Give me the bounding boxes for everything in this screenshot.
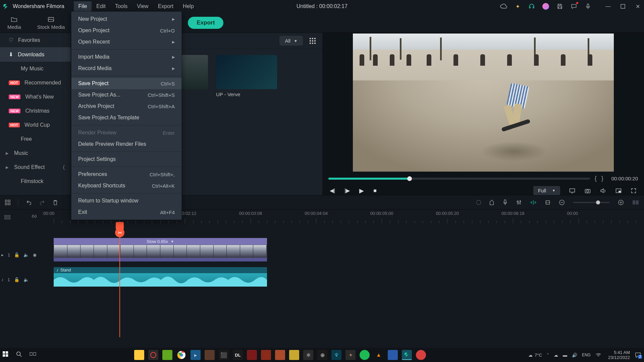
sidebar-whats-new[interactable]: NewWhat's New [0,90,71,104]
sidebar-favorites[interactable]: Favorites [0,33,71,47]
wifi-icon[interactable] [595,353,601,357]
media-thumb-3[interactable]: UP - Verve [216,55,277,97]
avatar-icon[interactable] [542,3,549,10]
clip-speed-bar[interactable]: Slow 0.65x▼ [54,238,267,245]
stop-icon[interactable]: ■ [373,188,377,194]
onedrive-icon[interactable]: ☁ [554,353,558,358]
sidebar-world-cup[interactable]: HOTWorld Cup [0,118,71,132]
menu-open-project[interactable]: Open ProjectCtrl+O [71,25,181,36]
menu-archive-project[interactable]: Archive ProjectCtrl+Shift+A [71,101,181,112]
explorer-app-icon[interactable] [134,350,144,360]
mute-icon[interactable]: 🔈 [23,252,29,257]
menu-import-media[interactable]: Import Media▶ [71,51,181,63]
zoom-fit-icon[interactable] [632,200,639,205]
battery-icon[interactable]: ▬ [563,353,567,358]
app-icon[interactable]: ✦ [345,350,356,360]
menu-help[interactable]: Help [178,1,199,11]
export-button[interactable]: Export [188,17,223,29]
video-track-header[interactable]: ▸1 🔓 🔈 ◉ [1,247,52,263]
visibility-icon[interactable]: ◉ [33,252,37,257]
mark-in-icon[interactable]: { [595,175,597,182]
search-taskbar-icon[interactable] [16,351,23,359]
task-view-icon[interactable] [30,351,37,359]
crop-icon[interactable] [545,199,551,205]
app-icon[interactable] [247,350,257,360]
menu-new-project[interactable]: New Project▶ [71,13,181,25]
sidebar-downloads[interactable]: ⬇Downloads [0,47,71,62]
app-icon[interactable] [275,350,285,360]
filmora-app-icon[interactable] [402,350,412,360]
app-icon[interactable] [261,350,271,360]
audio-track-header[interactable]: ♪1 🔓 🔈 [1,272,52,288]
scissors-icon[interactable]: ✂ [115,228,124,237]
zoom-slider[interactable] [573,202,610,203]
lock-icon[interactable]: 🔓 [14,252,19,257]
sidebar-my-music[interactable]: My Music [0,62,71,76]
menu-keyboard-shortcuts[interactable]: Keyboard ShortcutsCtrl+Alt+K [71,180,181,191]
menu-return-startup[interactable]: Return to Startup window [71,195,181,206]
render-preview-icon[interactable] [476,200,481,205]
menu-exit[interactable]: ExitAlt+F4 [71,206,181,218]
quality-dropdown[interactable]: Full▼ [533,186,560,195]
auto-beat-icon[interactable] [530,199,537,205]
sidebar-christmas[interactable]: NewChristmas [0,104,71,118]
pip-icon[interactable] [615,188,622,194]
tray-chevron-icon[interactable]: ˄ [547,353,549,358]
play-icon[interactable]: ▶ [359,187,364,194]
sidebar-sound-effect[interactable]: ▶Sound Effect( [0,160,71,174]
video-clip[interactable] [54,245,267,258]
preview-video[interactable] [353,34,614,172]
minimize-icon[interactable]: — [604,3,612,10]
app-icon[interactable]: ⬛ [219,350,229,360]
redo-icon[interactable] [39,199,45,205]
menu-file[interactable]: File [74,1,92,11]
maximize-icon[interactable] [619,3,627,10]
close-icon[interactable]: ✕ [634,3,641,10]
sidebar-music[interactable]: ▶Music [0,146,71,160]
menu-save-project-as[interactable]: Save Project As...Ctrl+Shift+S [71,89,181,101]
spotify-app-icon[interactable] [360,350,370,360]
menu-delete-render-files[interactable]: Delete Preview Render Files [71,138,181,150]
lock-icon[interactable]: 🔓 [14,277,19,282]
fullscreen-icon[interactable] [631,188,637,194]
microphone-icon[interactable] [584,3,592,10]
vlc-app-icon[interactable]: ▲ [374,350,384,360]
cloud-icon[interactable] [500,3,507,10]
app-icon[interactable] [289,350,299,360]
sidebar-free[interactable]: Free [0,132,71,146]
menu-edit[interactable]: Edit [92,1,110,11]
menu-project-settings[interactable]: Project Settings [71,154,181,165]
menu-open-recent[interactable]: Open Recent▶ [71,36,181,48]
app-icon[interactable]: ✱ [303,350,313,360]
menu-export[interactable]: Export [153,1,178,11]
sidebar-filmstock[interactable]: Filmstock [0,174,71,188]
mute-icon[interactable]: 🔈 [23,277,29,282]
manage-tracks-icon[interactable] [4,215,11,221]
app-icon[interactable]: ♆ [331,350,341,360]
scrub-track[interactable] [328,178,590,180]
app-icon[interactable] [416,350,426,360]
tab-stock-media[interactable]: Stock Media [35,14,68,31]
timeline-playhead[interactable]: ✂ [119,224,120,337]
chrome-app-icon[interactable] [176,350,186,360]
app-icon[interactable]: DL [233,350,243,360]
app-icon[interactable] [148,350,158,360]
mark-out-icon[interactable]: } [601,175,603,182]
undo-icon[interactable] [26,199,32,205]
tab-media[interactable]: Media [5,14,24,31]
menu-tools[interactable]: Tools [110,1,132,11]
message-icon[interactable] [570,3,578,10]
audio-clip[interactable]: ♪Stand [54,267,267,287]
menu-save-as-template[interactable]: Save Project As Template [71,112,181,123]
app-icon[interactable]: ⊕ [317,350,327,360]
grid-view-icon[interactable] [308,36,318,46]
filter-dropdown[interactable]: All▼ [279,36,303,46]
link-icon[interactable] [31,214,38,220]
voiceover-icon[interactable] [502,199,508,206]
snapshot-icon[interactable] [584,188,591,194]
app-icon[interactable]: ▸ [191,350,201,360]
menu-view[interactable]: View [132,1,153,11]
menu-record-media[interactable]: Record Media▶ [71,63,181,74]
save-icon[interactable] [556,3,564,10]
start-icon[interactable] [3,351,10,359]
